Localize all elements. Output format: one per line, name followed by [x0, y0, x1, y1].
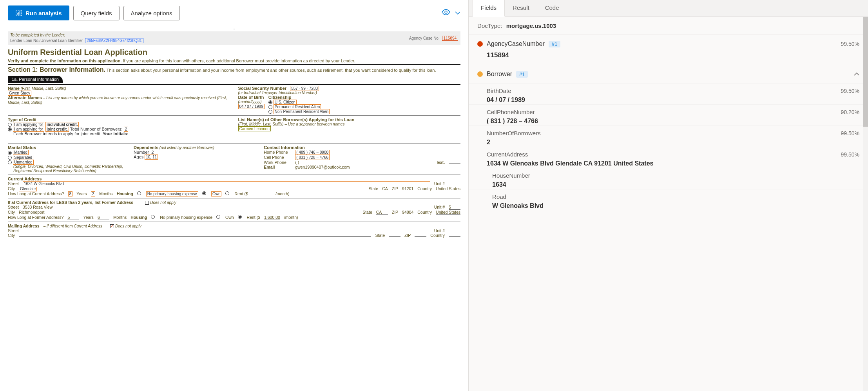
subfield-birthdate[interactable]: BirthDate 99.50% 04 / 07 / 1989 [469, 83, 868, 104]
radio-own-2 [216, 215, 220, 219]
name-hint: (First, Middle, Last, Suffix) [20, 86, 66, 91]
country-label-3: Country [430, 233, 445, 238]
former-state: CA [376, 210, 388, 215]
ssn-label: Social Security Number [238, 86, 287, 91]
tab-code[interactable]: Code [537, 0, 567, 16]
intro-text: If you are applying for this loan with o… [121, 58, 355, 63]
subfield-current-address[interactable]: CurrentAddress 99.50% 1634 W Glenoaks Bl… [469, 147, 868, 168]
scrollbar-track[interactable] [863, 17, 868, 391]
radio-individual-credit [8, 123, 12, 127]
marital-separated: Separated [13, 155, 33, 160]
radio-no-housing-exp-2 [151, 215, 155, 219]
field-name: Borrower [487, 71, 512, 78]
curr-street: 1634 W Glenoaks Blvd [23, 181, 430, 186]
radio-nonperm-resident [268, 110, 272, 114]
status-dot-icon [477, 41, 483, 47]
zip-label: ZIP [392, 186, 398, 191]
per-month-2: /month) [284, 215, 298, 220]
credit-indiv-a: I am applying for [13, 122, 44, 127]
field-badge: #1 [549, 41, 560, 47]
run-analysis-label: Run analysis [25, 10, 62, 16]
field-borrower[interactable]: Borrower #1 [469, 65, 868, 83]
credit-type-label: Type of Credit [8, 117, 230, 122]
tab-result[interactable]: Result [505, 0, 537, 16]
credit-joint-a: I am applying for [13, 127, 44, 132]
housing-label-2: Housing [130, 215, 147, 220]
citizen-opt2: Permanent Resident Alien [274, 104, 321, 109]
total-borrowers: 2 [124, 127, 129, 132]
loan-id-label: Lender Loan No./Universal Loan Identifie… [10, 38, 83, 43]
unit-label: Unit # [434, 181, 445, 186]
eye-icon[interactable] [442, 9, 450, 17]
state-label-3: State [375, 233, 385, 238]
chk-does-not-apply-former [145, 201, 149, 205]
svg-rect-3 [20, 11, 20, 15]
subfield-num-borrowers[interactable]: NumberOfBorrowers 99.50% 2 [469, 125, 868, 147]
credit-joint-b: joint credit. [45, 127, 69, 132]
subfield-confidence: 99.50% [841, 151, 859, 158]
subfield-name: CurrentAddress [487, 151, 528, 158]
run-analysis-button[interactable]: Run analysis [8, 5, 69, 20]
other-borrower-value: Carmen Leannon [238, 126, 271, 131]
field-agency-case-number[interactable]: AgencyCaseNumber #1 99.50% 115894 [469, 35, 868, 65]
svg-rect-2 [18, 12, 19, 15]
mailing-intro: Mailing Address [8, 224, 40, 228]
analyze-options-button[interactable]: Analyze options [123, 6, 180, 20]
query-fields-button[interactable]: Query fields [73, 6, 120, 20]
results-list: DocType: mortgage.us.1003 AgencyCaseNumb… [469, 17, 868, 391]
curr-months: 2 [91, 191, 96, 196]
city-label: City [8, 186, 15, 191]
altnames-label: Alternate Names [8, 95, 42, 100]
credit-indiv-b: individual credit. [45, 122, 79, 127]
document-title: Uniform Residential Loan Application [8, 48, 460, 57]
radio-married [8, 151, 12, 155]
chevron-down-icon[interactable] [455, 9, 460, 16]
radio-joint-credit [8, 127, 12, 131]
chevron-up-icon[interactable] [854, 71, 859, 77]
curr-city: Glendale [19, 187, 37, 191]
results-tabs: Fields Result Code [469, 0, 868, 17]
agency-case-value: 115894 [442, 36, 458, 41]
subfield-road[interactable]: Road W Glenoaks Blvd [469, 189, 868, 210]
svg-rect-1 [17, 13, 18, 15]
analysis-icon [15, 9, 22, 16]
tab-fields[interactable]: Fields [473, 0, 505, 17]
unit-label-2: Unit # [434, 205, 445, 209]
dob-value: 04 / 07 / 1989 [238, 104, 265, 109]
dep-ages: 10, 11 [145, 155, 158, 160]
subfield-house-number[interactable]: HouseNumber 1634 [469, 168, 868, 189]
subfield-value: 04 / 07 / 1989 [487, 96, 859, 104]
page-indicator: . [0, 24, 468, 30]
zip-label-3: ZIP [404, 233, 411, 238]
agency-case-label: Agency Case No. [409, 36, 440, 40]
other-borrowers-hint: (First, Middle, Last, Suffix) – Use a se… [238, 122, 461, 126]
subfield-cellphone[interactable]: CellPhoneNumber 90.20% ( 831 ) 728 – 476… [469, 104, 868, 125]
dependents-label: Dependents [134, 145, 158, 150]
unit-label-3: Unit # [434, 228, 445, 233]
scrollbar-thumb[interactable] [863, 17, 868, 127]
marital-unmarried: Unmarried [13, 160, 34, 165]
years-label-2: Years [83, 215, 93, 220]
marital-label: Marital Status [8, 145, 126, 150]
subfield-name: CellPhoneNumber [487, 109, 535, 115]
document-content: To be completed by the Lender: Lender Lo… [0, 30, 468, 246]
doctype-value: mortgage.us.1003 [506, 22, 556, 29]
citizen-opt1: U.S. Citizen [274, 100, 297, 105]
street-label-3: Street [8, 228, 19, 233]
how-long-former: How Long at Former Address? [8, 215, 63, 220]
housing-own: Own [211, 191, 222, 196]
curr-years: 8 [68, 191, 73, 196]
dob-label: Date of Birth [238, 95, 265, 100]
former-years: 5 [67, 215, 79, 220]
dep-number-label: Number [134, 150, 149, 155]
radio-no-housing-exp [137, 191, 141, 195]
loan-id-value: 265Fs6fAZ2H4984Gs4f23hQ81 [85, 38, 143, 43]
name-label: Name [8, 86, 20, 91]
city-label-3: City [8, 233, 15, 238]
months-label-2: Months [113, 215, 127, 220]
former-intro: If at Current Address for LESS than 2 ye… [8, 200, 133, 205]
radio-separated [8, 156, 12, 160]
subfield-name: Road [492, 193, 506, 200]
state-label: State [369, 186, 379, 191]
months-label: Months [99, 191, 112, 196]
